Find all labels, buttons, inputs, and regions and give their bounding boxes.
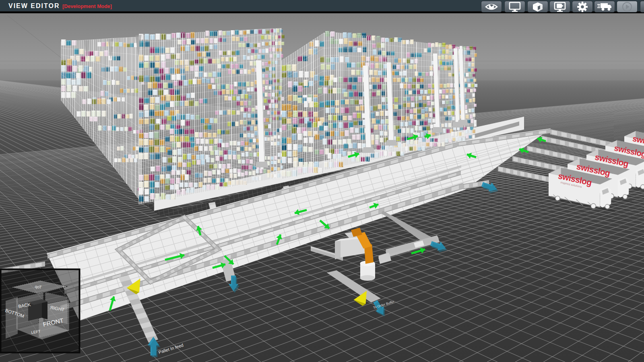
- svg-text:Top: Top: [35, 284, 42, 290]
